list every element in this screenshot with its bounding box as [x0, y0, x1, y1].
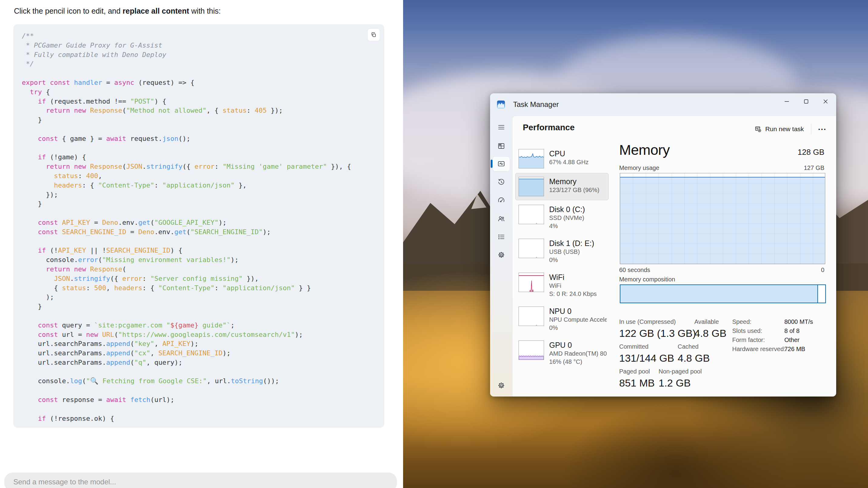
stat-label: Cached: [678, 343, 710, 350]
memory-stat-paged-pool: Paged pool 851 MB: [619, 368, 655, 389]
code-line: [22, 69, 376, 78]
page-title: Performance: [523, 123, 575, 132]
code-line: * PCGamer Guide Proxy for G-Assist: [22, 41, 376, 50]
stat-value: 122 GB (1.3 GB): [619, 327, 696, 339]
code-line: const query = `site:pcgamer.com "${game}…: [22, 321, 376, 330]
code-line: const response = await fetch(url);: [22, 395, 376, 405]
code-line: }: [22, 116, 376, 125]
sidebar-settings-button[interactable]: [493, 378, 510, 393]
sidebar-item-details[interactable]: [493, 230, 510, 244]
run-new-task-button[interactable]: Run new task: [750, 122, 808, 136]
memory-panel-title: Memory: [619, 141, 670, 158]
device-name: GPU 0: [549, 340, 607, 350]
memory-usage-axis-max: 127 GB: [804, 164, 824, 171]
device-subtext: 0%: [549, 324, 607, 332]
code-line: if (!API_KEY || !SEARCH_ENGINE_ID) {: [22, 246, 376, 255]
device-item-memory[interactable]: Memory123/127 GB (96%): [515, 173, 609, 200]
memory-detail-speed: Speed: 8000 MT/s: [732, 318, 813, 325]
code-line: });: [22, 190, 376, 200]
memory-stat-non-paged-pool: Non-paged pool 1.2 GB: [658, 368, 702, 389]
copy-button[interactable]: [367, 29, 380, 41]
device-subtext: 123/127 GB (96%): [549, 186, 599, 194]
memory-usage-graph[interactable]: [620, 173, 825, 264]
detail-label: Form factor:: [732, 336, 784, 344]
sidebar-item-processes[interactable]: [493, 139, 510, 153]
minimize-button[interactable]: [778, 95, 796, 108]
sidebar-item-startup-apps[interactable]: [493, 193, 510, 207]
device-subtext: NPU Compute Acceler...: [549, 316, 607, 324]
code-line: url.searchParams.append("key", API_KEY);: [22, 339, 376, 349]
startup-apps-icon: [497, 196, 505, 204]
services-icon: [497, 251, 505, 259]
sidebar-item-services[interactable]: [493, 248, 510, 262]
stat-label: Non-paged pool: [658, 368, 702, 375]
maximize-button[interactable]: [797, 95, 815, 108]
code-line: */: [22, 59, 376, 69]
sidebar-item-performance[interactable]: [493, 157, 510, 171]
sidebar-item-app-history[interactable]: [493, 175, 510, 189]
stat-value: 4.8 GB: [678, 352, 710, 364]
code-line: return new Response(: [22, 265, 376, 274]
device-subtext: 67% 4.88 GHz: [549, 158, 589, 166]
users-icon: [497, 215, 505, 223]
device-item-gpu-0[interactable]: GPU 0AMD Radeon(TM) 806...16% (48 °C): [515, 336, 609, 370]
code-line: const { game } = await request.json();: [22, 134, 376, 143]
code-line: [22, 367, 376, 377]
device-item-wifi[interactable]: WiFiWiFiS: 0 R: 24.0 Kbps: [515, 269, 609, 302]
flat-mini-graph: [519, 239, 544, 258]
code-line: if (!game) {: [22, 153, 376, 162]
code-line: { status: 500, headers: { "Content-Type"…: [22, 284, 376, 293]
device-subtext: 0%: [549, 256, 594, 264]
device-item-npu-0[interactable]: NPU 0NPU Compute Acceler...0%: [515, 303, 609, 336]
sidebar-menu-button[interactable]: [493, 120, 510, 134]
device-subtext: SSD (NVMe): [549, 214, 585, 222]
memory-detail-form-factor: Form factor: Other: [732, 336, 800, 344]
memory-detail-hardware-reserved: Hardware reserved: 726 MB: [732, 346, 805, 353]
code-line: }: [22, 199, 376, 209]
memory-detail-slots-used: Slots used: 8 of 8: [732, 327, 800, 334]
memory-stat-committed: Committed 131/144 GB: [619, 343, 674, 364]
detail-value: 8000 MT/s: [784, 318, 813, 325]
detail-label: Speed:: [732, 318, 784, 325]
memory-composition-label: Memory composition: [619, 276, 675, 283]
code-line: return new Response("Method not allowed"…: [22, 106, 376, 116]
run-new-task-icon: [754, 125, 762, 133]
code-line: [22, 405, 376, 414]
memory-composition-bar[interactable]: [620, 285, 826, 303]
device-item-disk-0-c[interactable]: Disk 0 (C:)SSD (NVMe)4%: [515, 201, 609, 234]
memory-usage-label: Memory usage: [619, 164, 659, 171]
detail-label: Hardware reserved:: [732, 346, 784, 353]
code-line: headers: { "Content-Type": "application/…: [22, 181, 376, 190]
minimize-icon: [784, 99, 789, 104]
close-button[interactable]: [817, 95, 834, 108]
device-subtext: WiFi: [549, 282, 597, 290]
chat-panel: Click the pencil icon to edit, and repla…: [0, 0, 403, 488]
header-divider: [811, 124, 811, 134]
more-options-button[interactable]: ...: [814, 122, 830, 136]
device-name: Memory: [549, 177, 599, 186]
copy-icon: [371, 32, 377, 38]
device-subtext: AMD Radeon(TM) 806...: [549, 350, 607, 358]
code-line: url.searchParams.append("q", query);: [22, 358, 376, 367]
detail-value: Other: [784, 336, 800, 344]
performance-icon: [497, 160, 505, 168]
detail-label: Slots used:: [732, 327, 784, 334]
sidebar-item-users[interactable]: [493, 212, 510, 226]
code-line: /**: [22, 32, 376, 41]
title-bar[interactable]: Task Manager: [490, 93, 836, 116]
code-line: [22, 209, 376, 218]
code-line: console.log("🔍 Fetching from Google CSE:…: [22, 377, 376, 386]
menu-icon: [497, 123, 505, 131]
device-name: WiFi: [549, 272, 597, 282]
stat-value: 851 MB: [619, 377, 655, 389]
stat-value: 1.2 GB: [658, 377, 702, 389]
performance-page: Performance Run new task ... CPU67% 4.88…: [512, 116, 836, 396]
code-line: url.searchParams.append("cx", SEARCH_ENG…: [22, 349, 376, 358]
close-icon: [823, 99, 828, 104]
code-line: [22, 143, 376, 153]
maximize-icon: [804, 99, 809, 104]
sidebar: [490, 116, 512, 396]
device-item-cpu[interactable]: CPU67% 4.88 GHz: [515, 145, 609, 172]
chat-message-input[interactable]: [4, 473, 397, 488]
device-item-disk-1-d-e[interactable]: Disk 1 (D: E:)USB (USB)0%: [515, 235, 609, 268]
